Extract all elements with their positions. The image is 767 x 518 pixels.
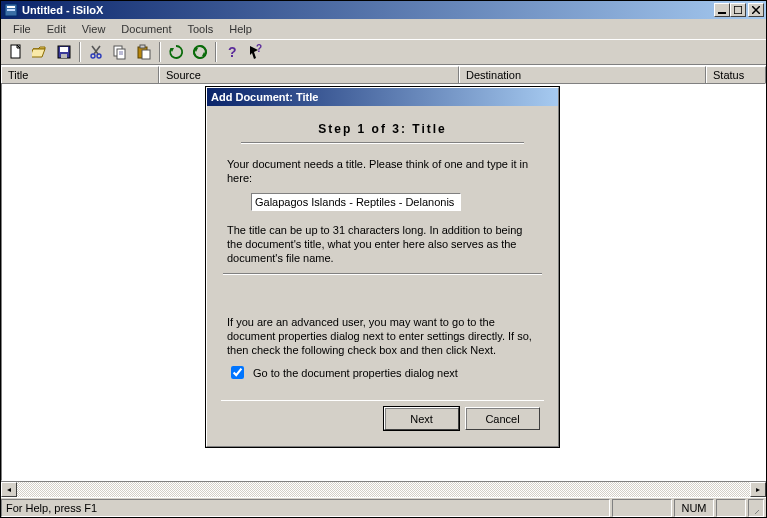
toolbar-separator xyxy=(215,42,217,62)
paste-button[interactable] xyxy=(133,41,155,63)
status-bar: For Help, press F1 NUM xyxy=(1,497,766,517)
convert-all-button[interactable] xyxy=(189,41,211,63)
svg-text:?: ? xyxy=(256,44,262,54)
toolbar-separator xyxy=(159,42,161,62)
menu-document[interactable]: Document xyxy=(113,21,179,37)
toolbar-separator xyxy=(79,42,81,62)
add-document-dialog: Add Document: Title Step 1 of 3: Title Y… xyxy=(205,86,560,448)
scroll-right-button[interactable]: ▸ xyxy=(750,482,766,497)
svg-point-13 xyxy=(91,54,95,58)
window-controls xyxy=(714,3,764,17)
column-status[interactable]: Status xyxy=(706,66,766,84)
menu-tools[interactable]: Tools xyxy=(180,21,222,37)
svg-rect-21 xyxy=(142,50,150,59)
save-button[interactable] xyxy=(53,41,75,63)
menu-bar: File Edit View Document Tools Help xyxy=(1,19,766,39)
whats-this-button[interactable]: ? xyxy=(245,41,267,63)
resize-grip[interactable] xyxy=(748,499,764,517)
window-title: Untitled - iSiloX xyxy=(22,4,714,16)
cut-button[interactable] xyxy=(85,41,107,63)
dialog-note: The title can be up to 31 characters lon… xyxy=(227,223,538,265)
cancel-button[interactable]: Cancel xyxy=(465,407,540,430)
menu-file[interactable]: File xyxy=(5,21,39,37)
open-button[interactable] xyxy=(29,41,51,63)
new-button[interactable] xyxy=(5,41,27,63)
title-bar: Untitled - iSiloX xyxy=(1,1,766,19)
dialog-separator xyxy=(223,273,542,275)
menu-help[interactable]: Help xyxy=(221,21,260,37)
copy-button[interactable] xyxy=(109,41,131,63)
svg-rect-20 xyxy=(140,45,145,48)
goto-properties-checkbox[interactable] xyxy=(231,366,244,379)
svg-rect-9 xyxy=(60,47,68,52)
column-destination[interactable]: Destination xyxy=(459,66,706,84)
status-help-text: For Help, press F1 xyxy=(1,499,610,517)
maximize-button[interactable] xyxy=(730,3,746,17)
dialog-button-row: Next Cancel xyxy=(221,400,544,434)
dialog-step-heading: Step 1 of 3: Title xyxy=(241,118,524,143)
status-pane-empty2 xyxy=(716,499,746,517)
svg-line-28 xyxy=(755,504,759,514)
svg-text:?: ? xyxy=(228,44,237,60)
menu-view[interactable]: View xyxy=(74,21,114,37)
close-button[interactable] xyxy=(748,3,764,17)
convert-button[interactable] xyxy=(165,41,187,63)
list-header: Title Source Destination Status xyxy=(1,65,766,83)
svg-rect-1 xyxy=(7,6,15,8)
scroll-left-button[interactable]: ◂ xyxy=(1,482,17,497)
dialog-advanced-text: If you are an advanced user, you may wan… xyxy=(227,315,538,357)
horizontal-scrollbar[interactable]: ◂ ▸ xyxy=(1,481,766,497)
menu-edit[interactable]: Edit xyxy=(39,21,74,37)
svg-rect-10 xyxy=(61,54,67,58)
toolbar: ? ? xyxy=(1,39,766,65)
scroll-track[interactable] xyxy=(17,482,750,497)
help-button[interactable]: ? xyxy=(221,41,243,63)
minimize-button[interactable] xyxy=(714,3,730,17)
status-numlock: NUM xyxy=(674,499,714,517)
svg-rect-3 xyxy=(718,12,726,14)
dialog-title: Add Document: Title xyxy=(207,88,558,106)
app-icon xyxy=(3,2,19,18)
status-pane-empty1 xyxy=(612,499,672,517)
svg-rect-4 xyxy=(734,6,742,14)
svg-point-14 xyxy=(97,54,101,58)
column-source[interactable]: Source xyxy=(159,66,459,84)
title-input[interactable] xyxy=(251,193,461,211)
column-title[interactable]: Title xyxy=(1,66,159,84)
next-button[interactable]: Next xyxy=(384,407,459,430)
dialog-prompt: Your document needs a title. Please thin… xyxy=(227,157,538,185)
svg-rect-2 xyxy=(7,9,15,11)
goto-properties-label: Go to the document properties dialog nex… xyxy=(253,367,458,379)
